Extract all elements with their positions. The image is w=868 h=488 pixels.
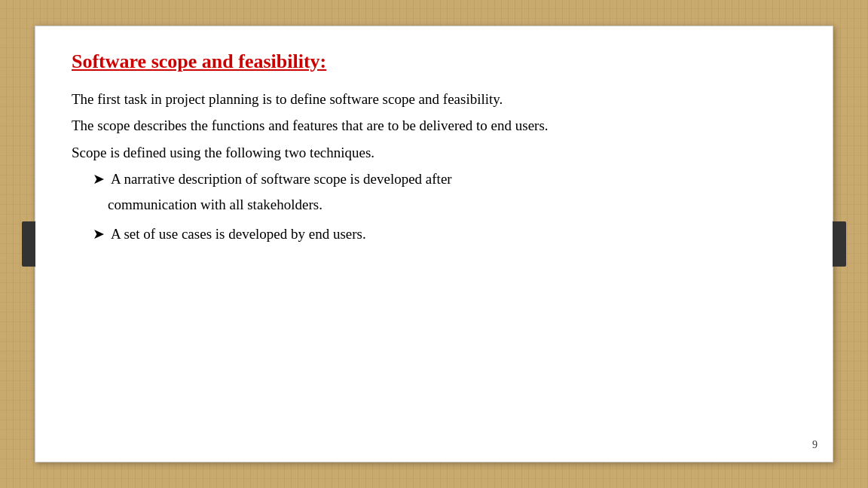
side-tab-right [833,221,846,267]
bullet-item-2: ➤ A set of use cases is developed by end… [72,223,796,245]
bullet-continuation-1: communication with all stakeholders. [72,194,796,215]
slide: Software scope and feasibility: The firs… [35,26,833,462]
bullet-item-1: ➤ A narrative description of software sc… [72,168,796,190]
bullet-arrow-2: ➤ [93,223,105,245]
paragraph-2: The scope describes the functions and fe… [72,114,796,136]
page-number: 9 [812,439,818,451]
bullet-text-2: A set of use cases is developed by end u… [111,223,796,245]
bullet-text-1: A narrative description of software scop… [111,168,796,190]
side-tab-left [22,221,35,267]
bullet-arrow-1: ➤ [93,168,105,190]
slide-content: The first task in project planning is to… [72,88,796,444]
paragraph-1: The first task in project planning is to… [72,88,796,110]
slide-title: Software scope and feasibility: [72,50,796,73]
paragraph-3: Scope is defined using the following two… [72,142,796,163]
